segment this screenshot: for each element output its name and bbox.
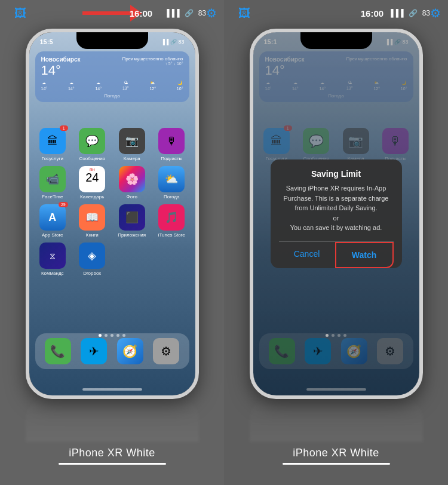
weather-sub: ↑ 5° ↓ 10° [122,62,183,66]
left-phone-screen: 15:5 ▐▐ 🔗 83 Новосибирск 14° Преимуществ… [29,32,195,395]
weather-day-2: ☁14° [68,81,75,91]
right-label-line [283,463,390,465]
app-commands[interactable]: ⧖ Коммандс [35,242,70,276]
left-phone-label: iPhone XR White [69,447,155,459]
app-calendar[interactable]: Пн 24 Календарь [75,166,110,199]
books-icon: 📖 [85,211,99,224]
app-facetime[interactable]: 📹 FaceTime [35,166,70,199]
app-dropbox[interactable]: ◈ Dropbox [75,242,110,276]
right-phone-label: iPhone XR White [293,447,379,459]
left-phone-icons: ▐▐ 🔗 83 [161,39,185,45]
left-home-indicator [82,388,142,391]
app-books[interactable]: 📖 Книги [75,204,110,238]
app-weather[interactable]: ⛅ Погода [154,166,189,199]
dialog-buttons: Cancel Watch [279,241,394,268]
left-phone-time: 15:5 [40,38,53,45]
phone-icon: 📞 [50,344,65,358]
right-reflection [250,394,423,442]
app-appstore[interactable]: A 29 App Store [35,204,70,238]
left-weather-widget: Новосибирск 14° Преимущественно облачно … [35,51,189,102]
app-shortcuts[interactable]: ⬛ Приложения [115,204,150,238]
app-itunes[interactable]: 🎵 iTunes Store [154,204,189,238]
right-status-time: 16:00 [361,8,383,19]
dialog-watch-button[interactable]: Watch [335,242,394,268]
weather-app-icon: ⛅ [165,173,178,186]
right-panel: 🖼 16:00 ▐▐▐ 🔗 83 ⚙ 15:1 ▐▐ 🔗 83 Новосиби… [224,0,448,485]
photos-icon: 🌸 [125,173,139,186]
camera-icon: 📷 [125,134,139,148]
weather-day-3: ☁14° [95,81,102,91]
right-gear-icon[interactable]: ⚙ [430,6,441,20]
appstore-icon: A [48,211,56,224]
weather-desc: Преимущественно облачно [122,56,183,62]
left-app-grid: 🏛 1 Госуслуги 💬 Сообщения 📷 Камера [35,128,189,276]
facetime-icon: 📹 [46,173,59,186]
weather-label: Погода [41,93,183,99]
right-dialog-overlay: Saving Limit Saving iPhone XR requires I… [253,32,419,395]
safari-icon: 🧭 [122,344,137,358]
weather-forecast: ☁14° ☁14° ☁14° 🌤13° ⛅12° 🌙10° [41,81,183,91]
saving-limit-dialog: Saving Limit Saving iPhone XR requires I… [271,159,402,268]
left-phone-frame: 15:5 ▐▐ 🔗 83 Новосибирск 14° Преимуществ… [26,29,199,399]
left-dock: 📞 ✈ 🧭 ⚙ [35,333,189,369]
left-phone-status: 15:5 ▐▐ 🔗 83 [29,32,195,49]
left-label-line [59,463,166,465]
right-battery: 83 [422,9,430,17]
dialog-cancel-button[interactable]: Cancel [279,242,335,268]
settings-icon: ⚙ [161,344,171,358]
left-panel: 🖼 16:00 ▐▐▐ 🔗 83 ⚙ 15:5 ▐▐ 🔗 83 Ново [0,0,224,485]
right-phone-screen: 15:1 ▐▐ 🔗 83 Новосибирск 14° Преимуществ… [253,32,419,395]
app-messages[interactable]: 💬 Сообщения [75,128,110,161]
right-top-bar: 🖼 16:00 ▐▐▐ 🔗 83 ⚙ [224,0,448,26]
dock-telegram[interactable]: ✈ [81,338,107,364]
weather-temp: 14° [41,63,81,78]
left-battery: 83 [198,9,206,17]
right-phone-frame: 15:1 ▐▐ 🔗 83 Новосибирск 14° Преимуществ… [250,29,423,399]
podcasts-icon: 🎙 [166,135,177,148]
dropbox-icon: ◈ [88,249,96,262]
dialog-title: Saving Limit [279,169,394,179]
app-podcasts[interactable]: 🎙 Подкасты [154,128,189,161]
right-image-icon[interactable]: 🖼 [231,0,361,26]
left-gear-icon[interactable]: ⚙ [206,6,217,20]
dock-phone[interactable]: 📞 [45,338,71,364]
weather-day-5: ⛅12° [149,81,156,91]
app-camera[interactable]: 📷 Камера [115,128,150,161]
weather-city: Новосибирск [41,56,81,63]
shortcuts-icon: ⬛ [125,211,139,224]
weather-day-6: 🌙10° [177,81,183,91]
weather-day-4: 🌤13° [122,81,129,91]
dock-safari[interactable]: 🧭 [117,338,143,364]
dock-settings[interactable]: ⚙ [153,338,179,364]
messages-icon: 💬 [85,134,99,148]
app-photos[interactable]: 🌸 Фото [115,166,150,199]
gosuslugi-icon: 🏛 [47,135,58,148]
weather-day-1: ☁14° [41,81,48,91]
left-reflection [26,394,199,442]
commands-icon: ⧖ [50,251,56,261]
telegram-icon: ✈ [89,344,99,358]
dialog-body: Saving iPhone XR requires In-App Purchas… [279,183,394,233]
left-status-time: 16:00 [122,0,159,26]
left-top-bar: 🖼 16:00 ▐▐▐ 🔗 83 ⚙ [0,0,224,26]
itunes-icon: 🎵 [165,211,178,224]
app-gosuslugi[interactable]: 🏛 1 Госуслуги [35,128,70,161]
